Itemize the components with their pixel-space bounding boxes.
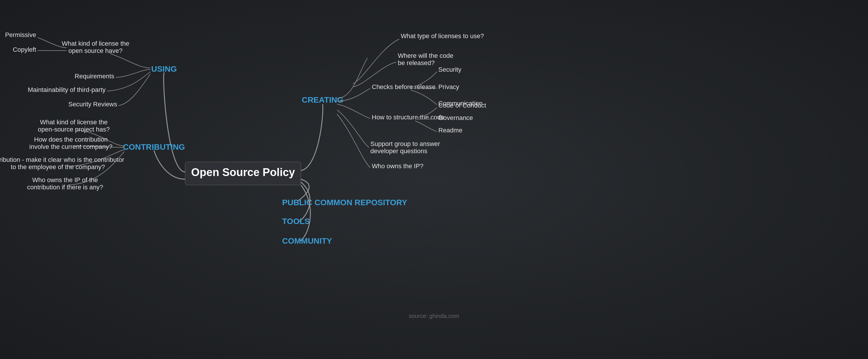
contrib-license-text: What kind of license the: [40, 119, 107, 126]
code-of-conduct-text: Code of Conduct: [438, 102, 486, 109]
contrib-license-text2: open-source project has?: [38, 126, 110, 133]
code-released-text2: be released?: [398, 59, 435, 66]
readme-text: Readme: [438, 127, 462, 134]
contributing-label: CONTRIBUTING: [123, 142, 185, 152]
security-sub-text: Security: [438, 66, 461, 73]
copyleft-label: Copyleft: [13, 46, 36, 53]
security-reviews-label: Security Reviews: [68, 101, 117, 108]
attribution-text: Attribution - make it clear who is the c…: [0, 156, 124, 163]
support-text: Support group to answer: [370, 140, 440, 148]
maintainability-label: Maintainability of third-party: [28, 86, 105, 93]
contrib-how-text: How does the contribution: [34, 136, 107, 143]
using-license-text: What kind of license the: [62, 40, 129, 47]
privacy-sub-text: Privacy: [438, 83, 459, 91]
using-license-text2: open source have?: [68, 47, 122, 54]
tools-label: TOOLS: [282, 217, 310, 226]
creating-label: CREATING: [302, 95, 343, 104]
code-released-text: Where will the code: [398, 52, 454, 59]
center-node-label: Open Source Policy: [191, 166, 295, 178]
contrib-ip-text2: contribution if there is any?: [27, 184, 103, 191]
public-repo-label: PUBLIC COMMON REPOSITORY: [282, 198, 407, 207]
creating-ip-text: Who owns the IP?: [372, 162, 424, 170]
contrib-how-text2: involve the current company?: [29, 143, 112, 150]
requirements-label: Requirements: [75, 72, 114, 80]
using-label: USING: [151, 64, 177, 73]
support-text2: developer questions: [370, 148, 427, 155]
attribution-text2: to the employee of the company?: [11, 163, 105, 170]
checks-text: Checks before release: [372, 83, 435, 91]
mindmap-diagram: Open Source Policy USING What kind of li…: [0, 0, 868, 359]
governance-text: Governance: [438, 114, 473, 121]
community-label: COMMUNITY: [282, 236, 332, 246]
structure-text: How to structure the code: [372, 113, 444, 121]
permissive-label: Permissive: [5, 31, 36, 38]
contrib-ip-text: Who owns the IP of the: [32, 176, 98, 184]
licenses-text: What type of licenses to use?: [401, 32, 484, 40]
source-credit: source: ghinda.com: [409, 313, 460, 319]
